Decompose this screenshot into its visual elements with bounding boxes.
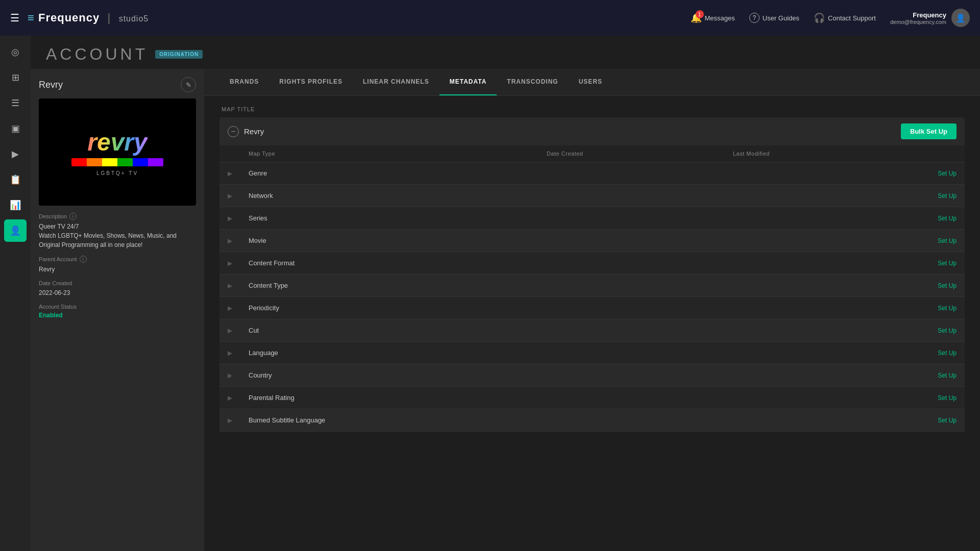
row-date-created xyxy=(538,364,725,387)
setup-link[interactable]: Set Up xyxy=(938,282,957,289)
row-expand-cell: ▶ xyxy=(219,162,240,185)
contact-support-nav-item[interactable]: 🎧 Contact Support xyxy=(814,12,876,23)
setup-link[interactable]: Set Up xyxy=(938,260,957,267)
row-last-modified xyxy=(725,297,911,319)
setup-link[interactable]: Set Up xyxy=(938,327,957,334)
row-date-created xyxy=(538,230,725,252)
row-action-cell: Set Up xyxy=(911,207,965,230)
row-expand-cell: ▶ xyxy=(219,364,240,387)
parent-account-info-icon[interactable]: i xyxy=(80,256,87,263)
right-panel: BRANDS RIGHTS PROFILES LINEAR CHANNELS M… xyxy=(204,69,980,551)
user-info[interactable]: Frequency demo@frequency.com 👤 xyxy=(890,9,970,27)
account-header: ACCOUNT ORIGINATION xyxy=(31,36,980,69)
revry-text: revry xyxy=(87,128,147,156)
setup-link[interactable]: Set Up xyxy=(938,417,957,424)
content-area: ACCOUNT ORIGINATION Revry ✎ revry xyxy=(31,36,980,551)
logo-f-icon: ≡ xyxy=(28,11,38,24)
map-header-left: − Revry xyxy=(228,126,264,137)
sidebar-icon-orbit[interactable]: ◎ xyxy=(4,41,27,63)
row-date-created xyxy=(538,162,725,185)
col-map-type-header: Map Type xyxy=(240,145,538,162)
messages-label: Messages xyxy=(705,14,735,22)
account-status-section: Account Status Enabled xyxy=(39,304,196,319)
row-expand-cell: ▶ xyxy=(219,252,240,274)
sidebar-icon-schedule[interactable]: 📋 xyxy=(4,168,27,191)
row-last-modified xyxy=(725,207,911,230)
date-created-label: Date Created xyxy=(39,280,196,286)
table-row: ▶ Network Set Up xyxy=(219,185,965,207)
account-logo-image: revry LGBTQ+ TV xyxy=(39,98,196,206)
logo-studio: studio5 xyxy=(119,14,149,23)
row-expand-cell: ▶ xyxy=(219,230,240,252)
row-expand-cell: ▶ xyxy=(219,409,240,432)
setup-link[interactable]: Set Up xyxy=(938,305,957,312)
map-header-row: − Revry Bulk Set Up xyxy=(219,117,965,145)
row-expand-icon: ▶ xyxy=(228,372,232,379)
logo-divider: | xyxy=(107,11,111,24)
messages-badge: 1 xyxy=(696,10,704,18)
row-date-created xyxy=(538,207,725,230)
sidebar-icon-grid[interactable]: ⊞ xyxy=(4,66,27,89)
setup-link[interactable]: Set Up xyxy=(938,237,957,244)
description-info-icon[interactable]: i xyxy=(69,213,77,220)
sidebar-icon-box[interactable]: ▣ xyxy=(4,117,27,140)
setup-link[interactable]: Set Up xyxy=(938,215,957,222)
date-created-value: 2022-06-23 xyxy=(39,288,196,297)
tab-metadata[interactable]: METADATA xyxy=(439,69,497,95)
avatar-icon: 👤 xyxy=(955,13,966,23)
map-title-label: MAP TITLE xyxy=(219,106,965,112)
row-expand-icon: ▶ xyxy=(228,237,232,244)
row-expand-cell: ▶ xyxy=(219,319,240,342)
row-last-modified xyxy=(725,387,911,409)
setup-link[interactable]: Set Up xyxy=(938,192,957,199)
row-date-created xyxy=(538,252,725,274)
nav-left: ☰ ≡ Frequency | studio5 xyxy=(10,11,149,24)
col-expand xyxy=(219,145,240,162)
row-map-type: Country xyxy=(240,364,538,387)
setup-link[interactable]: Set Up xyxy=(938,349,957,357)
row-expand-cell: ▶ xyxy=(219,342,240,364)
row-action-cell: Set Up xyxy=(911,297,965,319)
account-origination-badge: ORIGINATION xyxy=(155,50,203,59)
tab-rights-profiles[interactable]: RIGHTS PROFILES xyxy=(269,69,353,95)
edit-account-button[interactable]: ✎ xyxy=(181,77,196,92)
sidebar-icon-account[interactable]: 👤 xyxy=(4,219,27,242)
sidebar-icon-play[interactable]: ▶ xyxy=(4,143,27,165)
user-guides-nav-item[interactable]: ? User Guides xyxy=(749,13,799,23)
setup-link[interactable]: Set Up xyxy=(938,170,957,177)
sidebar-icon-list[interactable]: ☰ xyxy=(4,92,27,114)
tab-users[interactable]: USERS xyxy=(569,69,612,95)
setup-link[interactable]: Set Up xyxy=(938,394,957,402)
messages-nav-item[interactable]: 🔔 1 Messages xyxy=(691,12,735,23)
row-map-type: Parental Rating xyxy=(240,387,538,409)
sidebar-icon-analytics[interactable]: 📊 xyxy=(4,194,27,216)
collapse-map-icon[interactable]: − xyxy=(228,126,239,137)
row-action-cell: Set Up xyxy=(911,319,965,342)
row-last-modified xyxy=(725,364,911,387)
table-row: ▶ Series Set Up xyxy=(219,207,965,230)
user-name: Frequency xyxy=(890,11,946,19)
row-date-created xyxy=(538,274,725,297)
metadata-table-body: ▶ Genre Set Up ▶ Network Set Up ▶ Series… xyxy=(219,162,965,432)
bulk-setup-button[interactable]: Bulk Set Up xyxy=(901,123,957,139)
row-expand-icon: ▶ xyxy=(228,327,232,334)
row-expand-cell: ▶ xyxy=(219,274,240,297)
avatar[interactable]: 👤 xyxy=(951,9,970,27)
col-date-created-header: Date Created xyxy=(538,145,725,162)
tab-linear-channels[interactable]: LINEAR CHANNELS xyxy=(353,69,439,95)
setup-link[interactable]: Set Up xyxy=(938,372,957,379)
row-action-cell: Set Up xyxy=(911,364,965,387)
map-name: Revry xyxy=(244,127,264,136)
row-date-created xyxy=(538,319,725,342)
hamburger-menu-icon[interactable]: ☰ xyxy=(10,12,19,24)
bell-icon-wrap: 🔔 1 xyxy=(691,12,702,23)
row-map-type: Network xyxy=(240,185,538,207)
tab-transcoding[interactable]: TRANSCODING xyxy=(497,69,568,95)
row-date-created xyxy=(538,297,725,319)
top-navigation: ☰ ≡ Frequency | studio5 🔔 1 Messages ? U… xyxy=(0,0,980,36)
description-label: Description i xyxy=(39,213,196,220)
table-row: ▶ Content Format Set Up xyxy=(219,252,965,274)
row-action-cell: Set Up xyxy=(911,185,965,207)
row-last-modified xyxy=(725,274,911,297)
tab-brands[interactable]: BRANDS xyxy=(219,69,269,95)
